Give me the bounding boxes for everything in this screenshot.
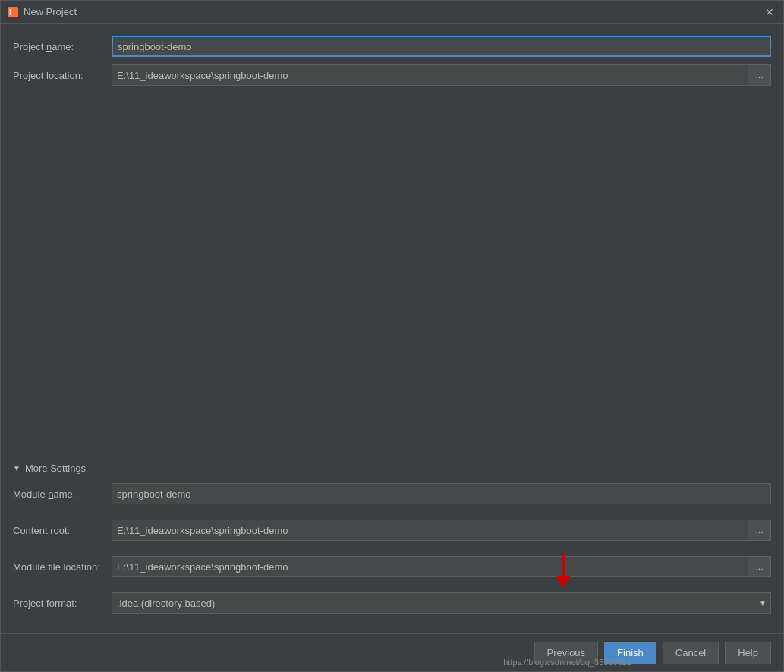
content-root-browse-button[interactable]: ...: [748, 520, 771, 541]
project-format-row: Project format: .idea (directory based) …: [13, 592, 771, 614]
module-file-location-input[interactable]: [112, 556, 748, 577]
more-settings-toggle[interactable]: ▼ More Settings: [13, 463, 771, 474]
project-location-row: Project location: ...: [13, 64, 771, 86]
window-title: New Project: [24, 6, 77, 17]
svg-text:I: I: [9, 8, 11, 17]
triangle-icon: ▼: [13, 464, 20, 473]
project-location-input[interactable]: [112, 64, 748, 86]
project-name-row: Project name:: [13, 36, 771, 57]
project-name-label: Project name:: [13, 41, 112, 52]
module-name-row: Module name:: [13, 483, 771, 504]
title-bar-left: I New Project: [7, 6, 77, 18]
module-file-location-field: ...: [112, 556, 771, 577]
module-name-input[interactable]: [112, 483, 771, 504]
app-icon: I: [7, 6, 19, 18]
red-arrow-head: [556, 576, 571, 588]
new-project-dialog: I New Project ✕ Project name: Project lo…: [0, 0, 784, 672]
module-file-location-label: Module file location:: [13, 561, 112, 573]
title-bar: I New Project ✕: [1, 1, 783, 24]
watermark-text: https://blog.csdn.net/qq_35560821: [503, 658, 631, 667]
bottom-bar: Previous Finish Cancel Help https://blog…: [1, 633, 783, 671]
content-root-row: Content root: ...: [13, 520, 771, 541]
project-location-browse-button[interactable]: ...: [748, 64, 771, 86]
module-file-location-row: Module file location: ...: [13, 556, 771, 577]
content-root-field: ...: [112, 520, 771, 541]
red-arrow-indicator: [556, 553, 571, 588]
project-format-label: Project format:: [13, 598, 112, 609]
content-root-input[interactable]: [112, 520, 748, 541]
red-arrow-body: [562, 553, 565, 576]
main-content: Project name: Project location: ... ▼ Mo…: [1, 24, 783, 633]
project-location-field: ...: [112, 64, 771, 86]
project-location-label: Project location:: [13, 70, 112, 81]
more-settings-label: More Settings: [25, 463, 86, 474]
content-root-label: Content root:: [13, 525, 112, 536]
cancel-button[interactable]: Cancel: [663, 642, 719, 664]
project-format-select[interactable]: .idea (directory based) .ipr (file based…: [112, 592, 771, 614]
help-button[interactable]: Help: [725, 642, 771, 664]
more-settings-section: ▼ More Settings Module name: Content roo…: [13, 463, 771, 621]
project-name-input[interactable]: [112, 36, 771, 57]
close-button[interactable]: ✕: [762, 5, 777, 20]
module-file-location-browse-button[interactable]: ...: [748, 556, 771, 577]
content-spacer: [13, 93, 771, 457]
project-format-wrapper: .idea (directory based) .ipr (file based…: [112, 592, 771, 614]
module-name-label: Module name:: [13, 488, 112, 500]
more-settings-content: Module name: Content root: ... Module fi…: [13, 483, 771, 621]
